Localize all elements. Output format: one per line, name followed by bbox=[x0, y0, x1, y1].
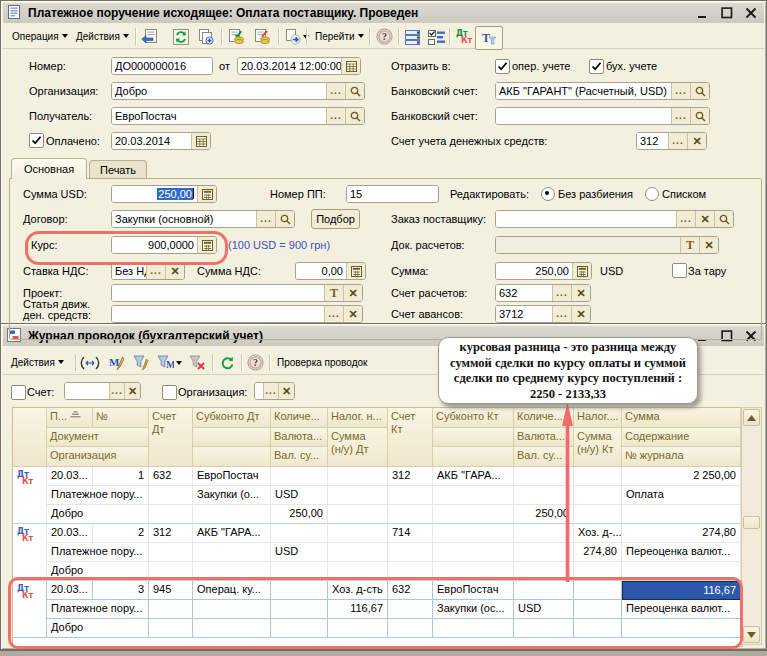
scroll-up-icon[interactable] bbox=[743, 409, 760, 426]
choose-icon[interactable]: ... bbox=[671, 108, 690, 124]
journal-cell[interactable] bbox=[433, 486, 514, 505]
journal-cell[interactable]: 250,00 bbox=[271, 505, 328, 524]
funnel-edit-icon[interactable] bbox=[131, 353, 151, 372]
journal-cell[interactable] bbox=[328, 486, 388, 505]
goto-menu[interactable]: Перейти bbox=[312, 27, 367, 45]
save-button[interactable] bbox=[139, 27, 159, 46]
minimize-icon[interactable] bbox=[695, 6, 710, 21]
close-icon[interactable] bbox=[743, 6, 758, 21]
choose-icon[interactable]: ... bbox=[109, 383, 124, 399]
journal-cell[interactable]: 312 bbox=[388, 467, 433, 486]
org-filter-checkbox[interactable] bbox=[162, 385, 177, 400]
help-icon[interactable]: ? bbox=[374, 27, 394, 46]
journal-cell[interactable]: 714 bbox=[388, 524, 433, 543]
cash-account-field[interactable]: 312 ... ✕ bbox=[636, 132, 707, 150]
choose-icon[interactable]: ... bbox=[668, 133, 687, 149]
journal-cell[interactable]: 20.03... bbox=[47, 467, 93, 486]
journal-cell[interactable]: АКБ "ГАРА... bbox=[433, 467, 514, 486]
tab-print[interactable]: Печать bbox=[89, 160, 147, 179]
journal-cell[interactable]: 274,80 bbox=[574, 543, 622, 562]
journal-row-icon-cell[interactable]: ДтКт bbox=[13, 524, 47, 581]
number-field[interactable]: ДО000000016 bbox=[111, 57, 213, 75]
journal-cell[interactable]: 274,80 bbox=[622, 524, 741, 543]
date-field[interactable]: 20.03.2014 12:00:00 bbox=[237, 57, 361, 75]
journal-cell[interactable] bbox=[574, 505, 622, 524]
copy-button[interactable] bbox=[196, 27, 216, 46]
report-structure-icon[interactable] bbox=[403, 27, 423, 46]
org-filter-field[interactable]: ... ✕ bbox=[254, 382, 295, 400]
clear-filter-icon[interactable] bbox=[187, 353, 207, 372]
choose-icon[interactable]: ... bbox=[326, 108, 345, 124]
journal-cell[interactable]: 2 250,00 bbox=[622, 467, 741, 486]
journal-cell[interactable] bbox=[271, 467, 328, 486]
posting-mode-button[interactable]: T bbox=[475, 26, 503, 50]
create-based-on-button[interactable] bbox=[282, 27, 312, 46]
journal-cell[interactable] bbox=[433, 524, 514, 543]
oper-checkbox[interactable] bbox=[495, 59, 510, 74]
journal-cell[interactable]: АКБ "ГАРА... bbox=[193, 524, 271, 543]
settings-list-icon[interactable] bbox=[426, 27, 446, 46]
scrollbar-thumb[interactable] bbox=[743, 516, 760, 529]
magnifier-icon[interactable] bbox=[690, 83, 709, 99]
journal-cell[interactable] bbox=[328, 505, 388, 524]
schet-filter-checkbox[interactable] bbox=[11, 385, 26, 400]
journal-cell[interactable] bbox=[388, 543, 433, 562]
magnifier-icon[interactable] bbox=[345, 108, 364, 124]
journal-row-icon-cell[interactable]: ДтКт bbox=[13, 467, 47, 524]
journal-cell[interactable] bbox=[388, 505, 433, 524]
journal-cell[interactable] bbox=[622, 505, 741, 524]
recipient-field[interactable]: ЕвроПостач ... bbox=[111, 107, 365, 125]
journal-cell[interactable]: 632 bbox=[149, 467, 193, 486]
interval-icon[interactable] bbox=[80, 353, 100, 372]
clear-icon[interactable]: ✕ bbox=[124, 383, 140, 399]
journal-cell[interactable] bbox=[433, 505, 514, 524]
journal-cell[interactable] bbox=[433, 543, 514, 562]
journal-cell[interactable] bbox=[149, 543, 193, 562]
refresh-document-button[interactable] bbox=[171, 27, 191, 46]
journal-cell[interactable]: Оплата bbox=[622, 486, 741, 505]
journal-cell[interactable] bbox=[193, 505, 271, 524]
refresh-icon[interactable] bbox=[217, 353, 237, 372]
journal-cell[interactable] bbox=[574, 467, 622, 486]
buh-checkbox[interactable] bbox=[589, 59, 604, 74]
journal-cell[interactable]: 312 bbox=[149, 524, 193, 543]
help-icon[interactable]: ? bbox=[245, 353, 265, 372]
unpost-document-button[interactable] bbox=[252, 27, 272, 46]
magnifier-icon[interactable] bbox=[690, 108, 709, 124]
journal-cell[interactable] bbox=[271, 524, 328, 543]
journal-cell[interactable]: Добро bbox=[47, 505, 149, 524]
paid-date-field[interactable]: 20.03.2014 bbox=[111, 132, 211, 150]
filter-settings-icon[interactable]: М bbox=[107, 353, 127, 372]
journal-actions-menu[interactable]: Действия bbox=[8, 353, 67, 371]
journal-cell[interactable] bbox=[328, 467, 388, 486]
journal-cell[interactable] bbox=[328, 543, 388, 562]
payment-order-titlebar[interactable]: Платежное поручение исходящее: Оплата по… bbox=[3, 3, 764, 23]
journal-cell[interactable]: 20.03... bbox=[47, 524, 93, 543]
journal-cell[interactable]: Платежное пору... bbox=[47, 486, 149, 505]
bank-account-field[interactable]: АКБ "ГАРАНТ" (Расчетный, USD) ... bbox=[495, 82, 710, 100]
journal-cell[interactable] bbox=[328, 524, 388, 543]
journal-cell[interactable]: USD bbox=[271, 543, 328, 562]
clear-icon[interactable]: ✕ bbox=[278, 383, 294, 399]
journal-cell[interactable]: Закупки (о... bbox=[193, 486, 271, 505]
journal-cell[interactable]: USD bbox=[271, 486, 328, 505]
journal-cell[interactable]: ЕвроПостач bbox=[193, 467, 271, 486]
bank-account2-field[interactable]: ... bbox=[495, 107, 710, 125]
schet-filter-field[interactable]: ... ✕ bbox=[64, 382, 141, 400]
maximize-icon[interactable] bbox=[719, 6, 734, 21]
vertical-scrollbar[interactable] bbox=[741, 407, 762, 645]
check-postings-button[interactable]: Проверка проводок bbox=[274, 353, 370, 371]
dt-kt-icon[interactable]: ДтКт bbox=[453, 27, 475, 46]
journal-cell[interactable]: Переоценка валют... bbox=[622, 543, 741, 562]
post-document-button[interactable] bbox=[226, 27, 246, 46]
journal-cell[interactable] bbox=[574, 486, 622, 505]
journal-cell[interactable] bbox=[388, 486, 433, 505]
journal-cell[interactable] bbox=[149, 505, 193, 524]
journal-cell[interactable]: Хоз. д-... bbox=[574, 524, 622, 543]
journal-cell[interactable] bbox=[193, 543, 271, 562]
choose-icon[interactable]: ... bbox=[671, 83, 690, 99]
organization-field[interactable]: Добро ... bbox=[111, 82, 365, 100]
choose-icon[interactable]: ... bbox=[263, 383, 278, 399]
magnifier-icon[interactable] bbox=[345, 83, 364, 99]
calendar-icon[interactable] bbox=[341, 58, 360, 74]
